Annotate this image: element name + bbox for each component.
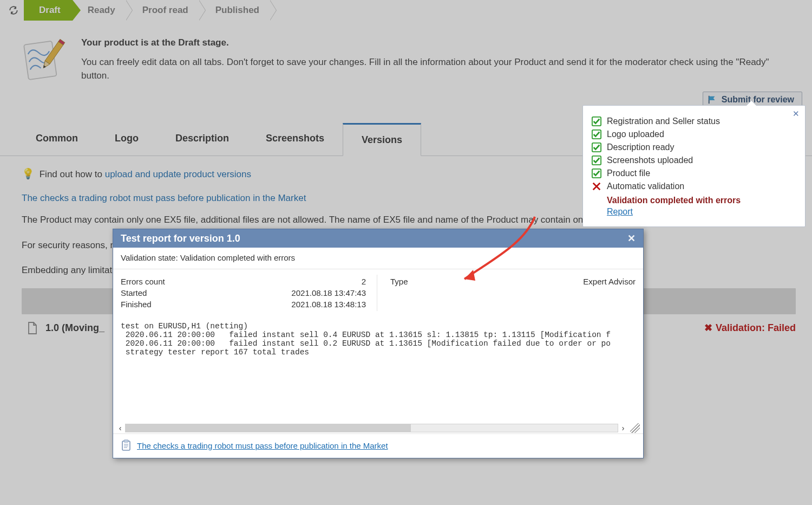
state-value: Validation completed with errors	[180, 253, 295, 262]
bulb-icon: 💡	[22, 168, 35, 179]
x-icon: ✖	[704, 321, 712, 336]
hint-link[interactable]: upload and update product versions	[105, 169, 251, 179]
modal-titlebar: Test report for version 1.0 ✕	[113, 229, 643, 248]
horizontal-scrollbar[interactable]: ‹ ›	[113, 423, 643, 433]
modal-title-text: Test report for version 1.0	[121, 233, 240, 244]
scroll-left-icon[interactable]: ‹	[116, 424, 124, 432]
check-icon	[592, 156, 601, 165]
meta-value: 2021.08.18 13:48:13	[291, 300, 366, 309]
info-head: Your product is at the Draft stage.	[81, 36, 793, 50]
meta-label: Started	[121, 288, 147, 297]
stage-published[interactable]: Published	[200, 0, 271, 21]
info-body: You can freely edit data on all tabs. Do…	[81, 55, 793, 83]
close-icon[interactable]: ✕	[627, 232, 636, 244]
check-label: Registration and Seller status	[607, 116, 720, 126]
meta-value: Expert Advisor	[583, 277, 636, 286]
checks-link[interactable]: The checks a trading robot must pass bef…	[22, 193, 306, 203]
modal-meta: Errors count2 Started2021.08.18 13:47:43…	[113, 269, 643, 314]
meta-label: Finished	[121, 300, 152, 309]
check-icon	[592, 169, 601, 178]
checklist-popover: ✕ Registration and Seller status Logo up…	[582, 105, 806, 227]
test-report-modal: Test report for version 1.0 ✕ Validation…	[113, 229, 644, 458]
draft-info-box: Your product is at the Draft stage. You …	[0, 21, 812, 99]
info-head-text: Your product is at the Draft stage.	[81, 37, 229, 48]
check-label: Product file	[607, 169, 650, 178]
check-label: Automatic validation	[607, 182, 684, 191]
hint-prefix: Find out how to	[40, 169, 105, 179]
tab-screenshots[interactable]: Screenshots	[247, 123, 343, 156]
modal-footer: The checks a trading robot must pass bef…	[113, 433, 643, 458]
stage-label: Published	[215, 5, 259, 16]
meta-label: Type	[390, 277, 408, 286]
check-label: Logo uploaded	[607, 130, 664, 139]
check-icon	[592, 116, 601, 126]
close-icon[interactable]: ✕	[793, 109, 800, 119]
x-icon	[592, 182, 601, 191]
stage-crumbs: Draft Ready Proof read Published	[24, 0, 271, 21]
scroll-track[interactable]	[125, 424, 618, 432]
document-pencil-icon	[17, 36, 66, 85]
modal-footer-link[interactable]: The checks a trading robot must pass bef…	[137, 441, 388, 450]
checklist-error: Validation completed with errors	[607, 196, 796, 205]
flag-icon	[708, 95, 717, 105]
stage-proofread[interactable]: Proof read	[127, 0, 200, 21]
validation-text: Validation: Failed	[716, 321, 796, 336]
meta-value: 2	[362, 277, 366, 286]
validation-status: ✖ Validation: Failed	[704, 321, 796, 336]
stage-bar: Draft Ready Proof read Published	[0, 0, 812, 21]
submit-label: Submit for review	[722, 95, 794, 104]
check-label: Description ready	[607, 143, 675, 152]
tab-versions[interactable]: Versions	[343, 123, 421, 156]
meta-value: 2021.08.18 13:47:43	[291, 288, 366, 297]
tab-common[interactable]: Common	[17, 123, 96, 156]
stage-label: Draft	[39, 5, 61, 16]
scroll-thumb[interactable]	[126, 424, 411, 432]
file-icon	[27, 322, 38, 335]
meta-label: Errors count	[121, 277, 165, 286]
version-label: 1.0 (Moving_	[45, 322, 104, 333]
clipboard-icon	[121, 439, 132, 451]
stage-draft[interactable]: Draft	[24, 0, 73, 21]
scroll-right-icon[interactable]: ›	[619, 424, 627, 432]
check-icon	[592, 143, 601, 152]
state-label: Validation state:	[121, 253, 180, 262]
tab-logo[interactable]: Logo	[96, 123, 157, 156]
stage-label: Proof read	[142, 5, 188, 16]
tab-description[interactable]: Description	[157, 123, 247, 156]
check-icon	[592, 130, 601, 139]
refresh-icon[interactable]	[8, 4, 19, 16]
stage-ready[interactable]: Ready	[73, 0, 127, 21]
check-label: Screenshots uploaded	[607, 156, 693, 165]
resize-grip-icon[interactable]	[630, 423, 640, 433]
log-output: test on EURUSD,H1 (netting) 2020.06.11 2…	[113, 319, 643, 423]
modal-subheader: Validation state: Validation completed w…	[113, 248, 643, 269]
stage-label: Ready	[88, 5, 115, 16]
svg-rect-12	[124, 440, 128, 442]
report-link[interactable]: Report	[607, 207, 633, 216]
